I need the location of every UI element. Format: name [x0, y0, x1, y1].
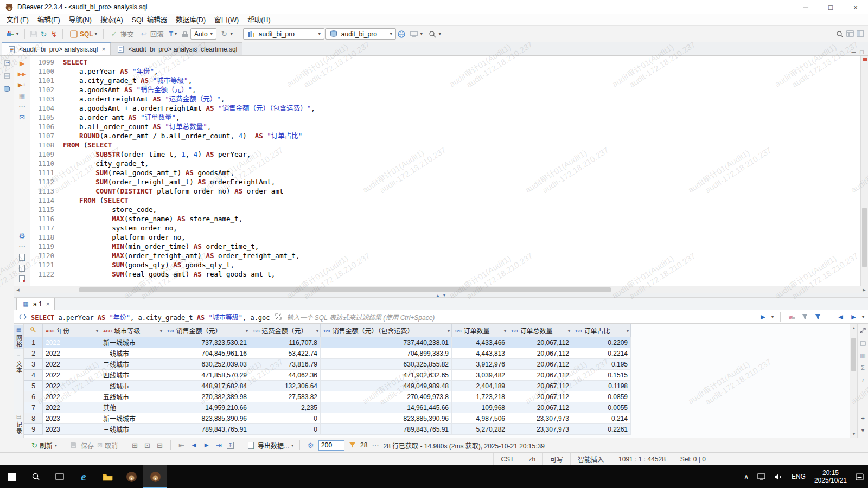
- filter-query-text[interactable]: SELECT a.perYear AS "年份", a.city_grade_t…: [31, 312, 270, 322]
- grid-cell[interactable]: 53,422.74: [250, 348, 321, 359]
- grid-cell[interactable]: 0.0055: [572, 402, 631, 413]
- grid-cell[interactable]: 704,845,961.16: [164, 348, 250, 359]
- grid-cell[interactable]: 20,067,112: [508, 391, 572, 402]
- quick-search-icon[interactable]: [835, 29, 844, 38]
- grid-cell[interactable]: 二线城市: [100, 359, 164, 370]
- grid-cell[interactable]: 1,723,218: [452, 391, 508, 402]
- grid-view-tab[interactable]: ▦ 网格: [14, 325, 23, 349]
- history-back-icon[interactable]: ◀: [836, 312, 845, 322]
- caret-position-indicator[interactable]: 1091 : 1 : 44528: [611, 453, 673, 465]
- task-view-icon[interactable]: [48, 465, 72, 488]
- grid-cell[interactable]: 789,843,765.91: [164, 424, 250, 435]
- grid-cell[interactable]: 20,067,112: [508, 359, 572, 370]
- scroll-right-icon[interactable]: ▶: [860, 286, 868, 293]
- grid-cell[interactable]: 449,049,989.48: [321, 381, 452, 391]
- grid-cell[interactable]: 704,899,383.9: [321, 348, 452, 359]
- collapse-down-icon[interactable]: ▼: [443, 293, 446, 297]
- new-connection-button[interactable]: ▾: [3, 28, 21, 40]
- start-button[interactable]: [0, 465, 24, 488]
- grid-cell[interactable]: 0.1515: [572, 370, 631, 381]
- column-filter-icon[interactable]: ▾: [96, 328, 98, 333]
- tray-chevron-up-icon[interactable]: ∧: [739, 465, 753, 488]
- editor-horizontal-scrollbar[interactable]: ◀ ▶: [14, 286, 868, 293]
- refresh-icon[interactable]: ↻: [39, 29, 48, 38]
- grid-cell[interactable]: 823,885,390.96: [321, 413, 452, 424]
- tab-close-icon[interactable]: ×: [46, 300, 50, 308]
- scrollbar-thumb[interactable]: [851, 338, 856, 371]
- grid-cell[interactable]: 4,987,506: [452, 413, 508, 424]
- language-button[interactable]: ENG: [787, 465, 810, 488]
- grid-cell[interactable]: 0.2214: [572, 348, 631, 359]
- grid-cell[interactable]: 20,067,112: [508, 337, 572, 348]
- cancel-button[interactable]: ⊠ 取消: [97, 441, 118, 450]
- autocommit-select[interactable]: Auto ▾: [190, 28, 216, 40]
- grid-cell[interactable]: 270,382,389.98: [164, 391, 250, 402]
- code-area[interactable]: SELECT a.perYear AS "年份", a.city_grade_t…: [59, 56, 860, 286]
- fetch-size-input[interactable]: [318, 440, 344, 451]
- execute-new-tab-icon[interactable]: ▶+: [17, 80, 27, 89]
- insert-mode-indicator[interactable]: 智能插入: [570, 453, 611, 465]
- grid-cell[interactable]: 三线城市: [100, 424, 164, 435]
- grid-cell[interactable]: 0.2209: [572, 337, 631, 348]
- row-count-icon[interactable]: [348, 441, 357, 450]
- column-header[interactable]: 123运费金额（元）▾: [250, 324, 321, 337]
- maximize-results-icon[interactable]: [858, 326, 867, 335]
- text-view-tab[interactable]: ≡ 文本: [15, 351, 23, 375]
- results-tab[interactable]: ▦ a 1 ×: [16, 298, 55, 310]
- grid-cell[interactable]: 23,307,973: [508, 424, 572, 435]
- minimize-button[interactable]: ─: [793, 0, 818, 14]
- duplicate-row-icon[interactable]: ⊡: [143, 441, 152, 450]
- show-view-icon[interactable]: [856, 29, 865, 38]
- grid-cell[interactable]: 73,816.79: [250, 359, 321, 370]
- grid-cell[interactable]: 116,707.8: [250, 337, 321, 348]
- row-number[interactable]: 7: [24, 402, 43, 413]
- menu-database[interactable]: 数据库(D): [171, 14, 210, 26]
- grid-cell[interactable]: 14,961,445.66: [321, 402, 452, 413]
- tray-display-icon[interactable]: [753, 465, 770, 488]
- scrollbar-thumb[interactable]: [79, 287, 611, 292]
- grid-cell[interactable]: 五线城市: [100, 391, 164, 402]
- add-panel-icon[interactable]: +: [858, 414, 867, 423]
- grid-vertical-scrollbar[interactable]: ▲ ▼: [850, 324, 857, 438]
- grid-cell[interactable]: 2022: [43, 402, 100, 413]
- restore-results-icon[interactable]: [858, 338, 867, 348]
- grid-cell[interactable]: 630,252,039.03: [164, 359, 250, 370]
- grid-cell[interactable]: 0: [250, 424, 321, 435]
- column-filter-icon[interactable]: ▾: [246, 328, 248, 333]
- database-navigator-icon[interactable]: [2, 84, 11, 93]
- database-select[interactable]: audit_bi_pro ▾: [326, 28, 396, 40]
- rollback-button[interactable]: ↩ 回滚: [137, 28, 166, 40]
- column-header[interactable]: ABC城市等级▾: [100, 324, 164, 337]
- code-line[interactable]: system_order_no,: [63, 223, 860, 233]
- clear-filter-icon[interactable]: [787, 312, 796, 322]
- grid-cell[interactable]: 789,843,765.91: [321, 424, 452, 435]
- value-viewer-panel-icon[interactable]: ▥: [858, 351, 867, 360]
- grid-cell[interactable]: 471,902,632.65: [321, 370, 452, 381]
- grid-cell[interactable]: 3,912,976: [452, 359, 508, 370]
- code-line[interactable]: platform_order_no,: [63, 233, 860, 242]
- export-file-icon[interactable]: ↓: [17, 253, 27, 262]
- column-filter-icon[interactable]: ▾: [627, 328, 629, 333]
- column-filter-icon[interactable]: ▾: [504, 328, 506, 333]
- export-data-button[interactable]: ↓ 导出数据... ▾: [246, 441, 293, 450]
- sql-editor-button[interactable]: SQL ▾: [67, 28, 99, 40]
- metadata-panel-icon[interactable]: i: [858, 376, 867, 385]
- refresh-button[interactable]: ↻ 刷新 ▾: [31, 441, 57, 450]
- abort-icon[interactable]: ↯: [49, 29, 59, 38]
- menu-edit[interactable]: 编辑(E): [33, 14, 65, 26]
- code-line[interactable]: b.all_order_count AS "订单总数量",: [63, 122, 860, 131]
- code-line[interactable]: COUNT(DISTINCT platform_order_no) AS ord…: [63, 187, 860, 196]
- taskbar-search-icon[interactable]: [24, 465, 48, 488]
- execute-script-icon[interactable]: ▶▶: [17, 69, 27, 79]
- code-line[interactable]: FROM (SELECT: [63, 196, 860, 205]
- expand-filter-icon[interactable]: [274, 312, 283, 322]
- execute-statement-icon[interactable]: ▶: [17, 59, 27, 68]
- row-number[interactable]: 9: [24, 424, 43, 435]
- code-line[interactable]: SUM(real_goods_amt) AS real_goods_amt_t,: [63, 269, 860, 279]
- grid-cell[interactable]: 737,323,530.21: [164, 337, 250, 348]
- connection-select[interactable]: audit_bi_pro ▾: [243, 28, 324, 40]
- menu-sql-editor[interactable]: SQL 编辑器: [127, 14, 172, 26]
- grid-cell[interactable]: 20,067,112: [508, 348, 572, 359]
- code-line[interactable]: MAX(order_freight_amt) AS order_freight_…: [63, 251, 860, 260]
- grid-cell[interactable]: 新一线城市: [100, 337, 164, 348]
